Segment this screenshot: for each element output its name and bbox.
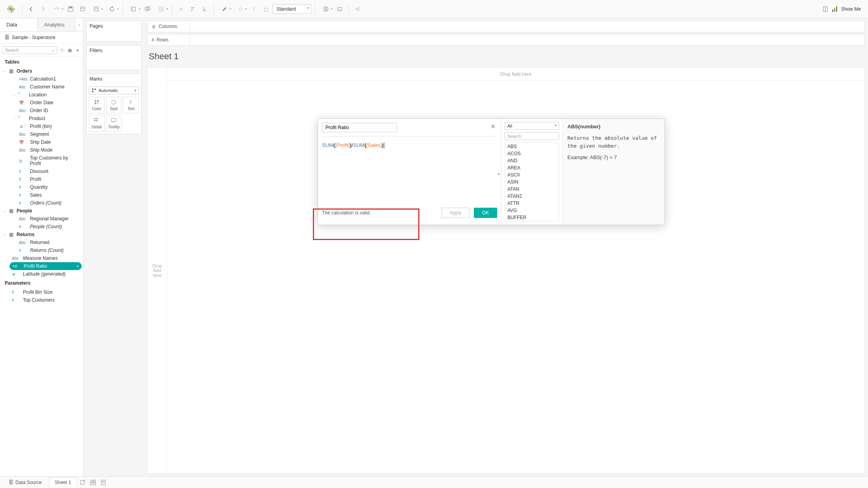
marks-detail-button[interactable]: Detail <box>89 115 105 131</box>
field-row[interactable]: #Orders (Count) <box>0 199 83 207</box>
filter-icon[interactable]: ▽ <box>59 47 65 53</box>
field-row[interactable]: AbcRegional Manager <box>0 215 83 223</box>
undo-button[interactable] <box>49 4 64 15</box>
marks-size-button[interactable]: Size <box>106 97 122 113</box>
new-worksheet-button[interactable]: + <box>89 4 104 15</box>
table-group-row[interactable]: ⌄▦Returns <box>0 231 83 238</box>
field-row[interactable]: #Returns (Count) <box>0 246 83 254</box>
calc-formula-editor[interactable]: SUM([Profit])/SUM([Sales]) <box>318 137 501 204</box>
close-dialog-button[interactable]: ✕ <box>490 123 496 130</box>
function-item[interactable]: ATAN <box>505 186 559 193</box>
field-row[interactable]: =AbcCalculation1 <box>0 75 83 83</box>
field-row[interactable]: AbcSegment <box>0 130 83 138</box>
function-item[interactable]: AREA <box>505 164 559 171</box>
marks-text-button[interactable]: TText <box>123 97 139 113</box>
forward-button[interactable] <box>37 4 49 15</box>
function-item[interactable]: ASCII <box>505 171 559 178</box>
field-row[interactable]: #Profit Bin Size <box>0 288 83 296</box>
field-row[interactable]: ›㆔Location <box>0 91 83 99</box>
tab-analytics[interactable]: Analytics <box>38 18 76 31</box>
field-row[interactable]: =#Profit Ratio <box>9 262 82 270</box>
pin-button[interactable] <box>260 4 271 15</box>
marks-color-button[interactable]: Color <box>89 97 105 113</box>
labels-button[interactable]: T <box>249 4 260 15</box>
field-row[interactable]: #Profit <box>0 175 83 183</box>
filters-card[interactable]: Filters <box>86 45 142 70</box>
share-button[interactable] <box>352 4 363 15</box>
new-worksheet-tab-button[interactable]: + <box>79 478 87 487</box>
highlight-button[interactable] <box>217 4 232 15</box>
tab-data[interactable]: Data <box>0 18 38 31</box>
function-item[interactable]: ATTR <box>505 200 559 207</box>
swap-button[interactable] <box>176 4 187 15</box>
tab-sheet-1[interactable]: Sheet 1 <box>49 477 77 487</box>
table-group-row[interactable]: ⌄▦People <box>0 207 83 215</box>
field-row[interactable]: #Top Customers <box>0 296 83 304</box>
function-list[interactable]: ABSACOSANDAREAASCIIASINATANATAN2ATTRAVGB… <box>505 143 559 221</box>
field-row[interactable]: ›㆔Product <box>0 114 83 122</box>
parameters-header: Parameters <box>0 278 83 288</box>
new-sheet-button[interactable] <box>126 4 141 15</box>
refresh-button[interactable] <box>105 4 120 15</box>
function-item[interactable]: BUFFER <box>505 214 559 221</box>
apply-button[interactable]: Apply <box>441 208 470 218</box>
cards-button[interactable] <box>318 4 333 15</box>
columns-shelf[interactable]: ⫼Columns <box>147 21 865 32</box>
field-row[interactable]: AbcMeasure Names <box>0 254 83 262</box>
function-item[interactable]: ASIN <box>505 178 559 186</box>
function-item[interactable]: ATAN2 <box>505 193 559 200</box>
calc-name-input[interactable] <box>322 123 397 132</box>
show-me-button[interactable]: Show Me <box>817 2 865 16</box>
field-label: Location <box>29 92 47 98</box>
field-label: Orders (Count) <box>30 200 62 206</box>
view-toggle-icon[interactable]: ▦ <box>67 47 73 53</box>
datasource-row[interactable]: 🗄 Sample - Superstore <box>0 32 83 44</box>
field-row[interactable]: AbcReturned <box>0 238 83 246</box>
field-row[interactable]: 📅Ship Date <box>0 138 83 146</box>
field-row[interactable]: AbcShip Mode <box>0 146 83 154</box>
new-datasource-button[interactable] <box>77 4 88 15</box>
save-button[interactable] <box>65 4 76 15</box>
rows-shelf[interactable]: ≡Rows <box>147 34 865 46</box>
fit-select[interactable]: Standard <box>272 4 312 14</box>
marks-tooltip-button[interactable]: Tooltip <box>106 115 122 131</box>
svg-rect-36 <box>832 9 833 12</box>
function-item[interactable]: ACOS <box>505 150 559 157</box>
table-group-row[interactable]: ⌄▦Orders <box>0 67 83 75</box>
presentation-button[interactable] <box>334 4 345 15</box>
field-search-input[interactable]: Search ⌕ <box>2 46 57 54</box>
sheet-title[interactable]: Sheet 1 <box>147 47 865 66</box>
pages-card[interactable]: Pages <box>86 21 142 42</box>
duplicate-button[interactable] <box>142 4 153 15</box>
ok-button[interactable]: OK <box>474 208 497 218</box>
new-dashboard-tab-button[interactable] <box>89 478 97 487</box>
clear-button[interactable] <box>154 4 169 15</box>
back-button[interactable] <box>26 4 37 15</box>
sort-asc-button[interactable] <box>187 4 198 15</box>
field-row[interactable]: #Discount <box>0 167 83 175</box>
field-row[interactable]: #Quantity <box>0 183 83 191</box>
marks-type-select[interactable]: Automatic <box>89 86 139 94</box>
function-category-select[interactable]: All <box>505 122 559 130</box>
function-item[interactable]: ABS <box>505 143 559 150</box>
function-search-input[interactable]: Search <box>505 132 559 140</box>
field-row[interactable]: AbcOrder ID <box>0 107 83 114</box>
tab-data-source[interactable]: 🗄Data Source <box>3 477 47 487</box>
group-button[interactable] <box>233 4 248 15</box>
function-item[interactable]: AND <box>505 157 559 164</box>
field-row[interactable]: ⊕Latitude (generated) <box>0 270 83 278</box>
svg-rect-21 <box>203 10 206 11</box>
guide-icon <box>821 4 829 15</box>
field-row[interactable]: 📅Order Date <box>0 99 83 107</box>
menu-icon[interactable]: ▾ <box>75 47 81 53</box>
collapse-sidebar-button[interactable]: ‹ <box>75 18 83 31</box>
collapse-helper-button[interactable]: ◂ <box>498 172 499 176</box>
field-row[interactable]: #Sales <box>0 191 83 199</box>
new-story-tab-button[interactable] <box>99 478 108 487</box>
field-row[interactable]: #People (Count) <box>0 223 83 231</box>
field-row[interactable]: .ılıProfit (bin) <box>0 122 83 130</box>
function-item[interactable]: AVG <box>505 207 559 214</box>
sort-desc-button[interactable] <box>199 4 210 15</box>
field-row[interactable]: ◎Top Customers by Profit <box>0 154 83 167</box>
field-row[interactable]: AbcCustomer Name <box>0 83 83 91</box>
